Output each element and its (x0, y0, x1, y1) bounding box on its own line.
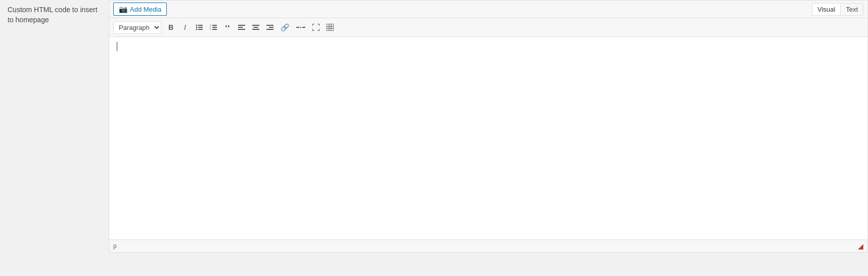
svg-point-4 (196, 29, 198, 30)
add-media-label: Add Media (130, 6, 161, 13)
table-button[interactable] (324, 21, 337, 34)
svg-rect-18 (266, 25, 273, 26)
svg-rect-14 (238, 29, 245, 30)
svg-rect-1 (198, 25, 203, 26)
svg-rect-13 (238, 27, 243, 28)
bold-button[interactable]: B (164, 21, 177, 34)
svg-rect-20 (266, 29, 273, 30)
paragraph-select[interactable]: Paragraph Heading 1 Heading 2 Heading 3 … (113, 21, 161, 34)
editor-body[interactable] (109, 37, 867, 240)
blockquote-button[interactable]: ❛❛ (221, 21, 234, 34)
link-button[interactable]: 🔗 (278, 21, 292, 34)
svg-rect-11 (212, 29, 217, 30)
text-tab[interactable]: Text (840, 4, 863, 15)
svg-rect-15 (252, 25, 259, 26)
label-text: Custom HTML code to insert to homepage (8, 6, 98, 24)
editor-toolbar: Paragraph Heading 1 Heading 2 Heading 3 … (109, 18, 867, 37)
ordered-list-button[interactable]: 1. 2. 3. (207, 21, 220, 34)
editor-footer: p ◢ (109, 240, 867, 252)
italic-button[interactable]: I (178, 21, 192, 34)
svg-rect-23 (302, 27, 305, 28)
add-media-icon: 📷 (119, 5, 127, 13)
svg-rect-17 (252, 29, 259, 30)
svg-rect-3 (198, 27, 203, 28)
align-right-button[interactable] (263, 21, 277, 34)
svg-rect-24 (327, 24, 334, 31)
add-media-button[interactable]: 📷 Add Media (113, 3, 167, 16)
align-center-button[interactable] (249, 21, 262, 34)
resize-handle[interactable]: ◢ (858, 242, 863, 250)
editor-container: 📷 Add Media Visual Text Paragraph Headin… (109, 0, 868, 253)
svg-rect-7 (212, 25, 217, 26)
svg-text:3.: 3. (210, 28, 211, 30)
text-cursor (117, 42, 117, 51)
view-toggle: Visual Text (812, 3, 863, 16)
svg-rect-9 (212, 27, 217, 28)
editor-path-tag: p (113, 243, 117, 250)
svg-point-2 (196, 27, 198, 28)
svg-rect-5 (198, 29, 203, 30)
fullscreen-button[interactable] (309, 21, 323, 34)
visual-tab[interactable]: Visual (812, 4, 840, 15)
svg-rect-19 (269, 27, 273, 28)
field-label: Custom HTML code to insert to homepage (0, 0, 109, 30)
svg-rect-22 (300, 27, 301, 28)
svg-point-0 (196, 25, 198, 26)
svg-rect-12 (238, 25, 245, 26)
more-button[interactable] (293, 21, 308, 34)
editor-top-bar: 📷 Add Media Visual Text (109, 1, 867, 18)
svg-rect-16 (254, 27, 258, 28)
unordered-list-button[interactable] (193, 21, 206, 34)
svg-rect-21 (296, 27, 299, 28)
align-left-button[interactable] (235, 21, 248, 34)
